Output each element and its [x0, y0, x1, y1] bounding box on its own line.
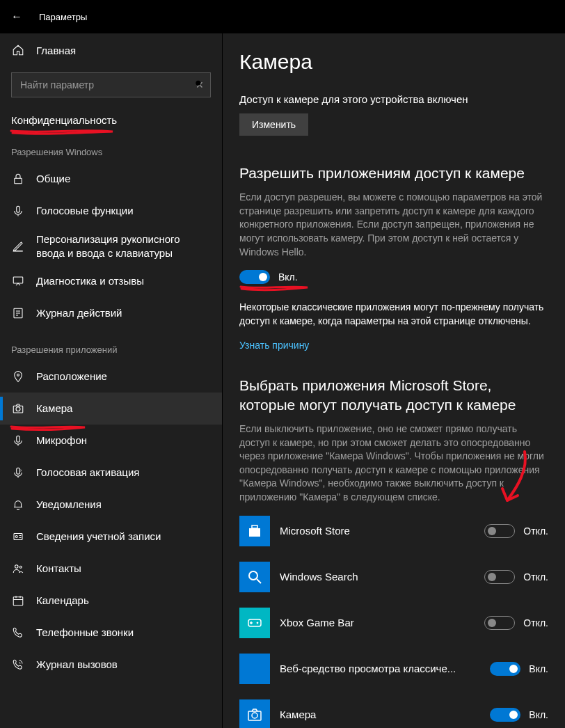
app-toggle-label: Откл. — [523, 525, 548, 537]
search-magnify-icon — [194, 79, 204, 91]
phone-icon — [11, 626, 25, 639]
svg-rect-4 — [13, 277, 23, 283]
sidebar-item-app-3[interactable]: Голосовая активация — [0, 457, 222, 489]
app-toggle[interactable] — [490, 708, 520, 722]
group-windows-header: Разрешения Windows — [0, 132, 222, 163]
sidebar-item-label: Журнал вызовов — [36, 658, 118, 672]
allow-toggle-label: Вкл. — [278, 271, 298, 283]
sidebar-item-app-4[interactable]: Уведомления — [0, 489, 222, 521]
access-status: Доступ к камере для этого устройства вкл… — [239, 93, 548, 105]
svg-point-6 — [17, 374, 19, 376]
sidebar-item-app-1[interactable]: Камера — [0, 393, 222, 425]
calllog-icon — [11, 658, 25, 671]
sidebar-item-label: Уведомления — [36, 498, 102, 512]
app-row-2: Xbox Game BarОткл. — [239, 608, 548, 638]
sidebar-item-app-9[interactable]: Журнал вызовов — [0, 649, 222, 681]
sidebar-item-label: Общие — [36, 172, 70, 186]
annotation-underline-category — [10, 126, 114, 133]
sidebar-item-label: Контакты — [36, 562, 81, 576]
learn-link[interactable]: Узнать причину — [239, 340, 309, 351]
svg-point-14 — [19, 566, 22, 568]
sidebar: Главная ✕︎ Конфиденциальность Разрешения… — [0, 33, 223, 728]
sidebar-item-label: Расположение — [36, 370, 107, 383]
sidebar-item-app-8[interactable]: Телефонные звонки — [0, 617, 222, 649]
allow-desc: Если доступ разрешен, вы можете с помощь… — [239, 191, 548, 259]
home-icon — [11, 44, 25, 56]
store-title: Выбрать приложения Microsoft Store, кото… — [239, 376, 548, 414]
sidebar-item-app-5[interactable]: Сведения учетной записи — [0, 521, 222, 553]
group-apps-header: Разрешения приложений — [0, 329, 222, 361]
app-row-4: КамераВкл. — [239, 699, 548, 728]
classic-desc: Некоторые классические приложения могут … — [239, 301, 548, 328]
app-row-0: Microsoft StoreОткл. — [239, 516, 548, 546]
search-input[interactable] — [11, 72, 211, 97]
svg-rect-17 — [252, 525, 257, 528]
app-toggle-label: Вкл. — [529, 709, 548, 720]
home-nav[interactable]: Главная — [0, 33, 222, 67]
app-toggle[interactable] — [484, 524, 515, 538]
sidebar-item-app-6[interactable]: Контакты — [0, 553, 222, 585]
annotation-underline-toggle — [239, 283, 309, 291]
app-title: Параметры — [39, 12, 87, 22]
change-button[interactable]: Изменить — [239, 113, 308, 136]
svg-rect-1 — [15, 178, 22, 184]
app-name: Xbox Game Bar — [280, 617, 484, 628]
app-icon — [239, 699, 270, 728]
contacts-icon — [11, 562, 25, 575]
sidebar-item-win-4[interactable]: Журнал действий — [0, 297, 222, 329]
mic-icon — [11, 434, 25, 447]
app-icon — [239, 562, 270, 592]
sidebar-item-label: Журнал действий — [36, 306, 122, 320]
lock-icon — [11, 173, 25, 185]
content: Камера Доступ к камере для этого устройс… — [223, 33, 565, 728]
svg-rect-10 — [17, 468, 20, 474]
app-row-1: Windows SearchОткл. — [239, 562, 548, 592]
app-name: Microsoft Store — [280, 525, 484, 537]
store-desc: Если выключить приложение, оно не сможет… — [239, 422, 548, 505]
allow-toggle[interactable] — [239, 270, 270, 284]
page-title: Камера — [239, 50, 548, 74]
sidebar-item-win-0[interactable]: Общие — [0, 163, 222, 195]
sidebar-item-label: Камера — [36, 402, 72, 416]
location-icon — [11, 370, 25, 383]
sidebar-item-label: Календарь — [36, 594, 89, 608]
svg-point-13 — [15, 565, 19, 569]
app-icon — [239, 516, 270, 546]
app-toggle-label: Вкл. — [529, 663, 548, 674]
sidebar-item-label: Микрофон — [36, 434, 87, 448]
app-toggle-label: Откл. — [523, 571, 548, 583]
category-label: Конфиденциальность — [11, 114, 117, 126]
app-toggle[interactable] — [484, 616, 515, 630]
app-name: Веб-средство просмотра классиче... — [280, 663, 490, 674]
sidebar-item-label: Персонализация рукописного ввода и ввода… — [36, 232, 211, 260]
app-icon — [239, 608, 270, 638]
allow-toggle-row: Вкл. — [239, 270, 548, 284]
camera-icon — [11, 402, 25, 415]
svg-rect-16 — [249, 528, 260, 537]
sidebar-item-app-0[interactable]: Расположение — [0, 361, 222, 393]
sidebar-item-win-1[interactable]: Голосовые функции — [0, 195, 222, 227]
calendar-icon — [11, 594, 25, 607]
svg-point-21 — [252, 713, 257, 718]
voice-icon — [11, 466, 25, 479]
bell-icon — [11, 498, 25, 511]
svg-rect-3 — [13, 251, 23, 252]
app-toggle[interactable] — [484, 570, 515, 584]
home-label: Главная — [36, 45, 76, 56]
app-row-3: Веб-средство просмотра классиче...Вкл. — [239, 654, 548, 684]
feedback-icon — [11, 275, 25, 287]
back-button[interactable]: ← — [11, 10, 22, 23]
svg-rect-9 — [17, 436, 20, 442]
sidebar-item-label: Диагностика и отзывы — [36, 274, 144, 288]
app-toggle[interactable] — [490, 662, 520, 676]
app-toggle-label: Откл. — [523, 617, 548, 628]
app-icon — [239, 654, 270, 684]
sidebar-item-app-2[interactable]: Микрофон — [0, 425, 222, 457]
sidebar-item-win-3[interactable]: Диагностика и отзывы — [0, 265, 222, 297]
svg-point-12 — [15, 536, 17, 538]
sidebar-item-win-2[interactable]: Персонализация рукописного ввода и ввода… — [0, 227, 222, 265]
sidebar-item-app-7[interactable]: Календарь — [0, 585, 222, 617]
svg-point-8 — [16, 407, 20, 411]
sidebar-item-label: Сведения учетной записи — [36, 530, 161, 544]
svg-rect-2 — [17, 206, 20, 212]
